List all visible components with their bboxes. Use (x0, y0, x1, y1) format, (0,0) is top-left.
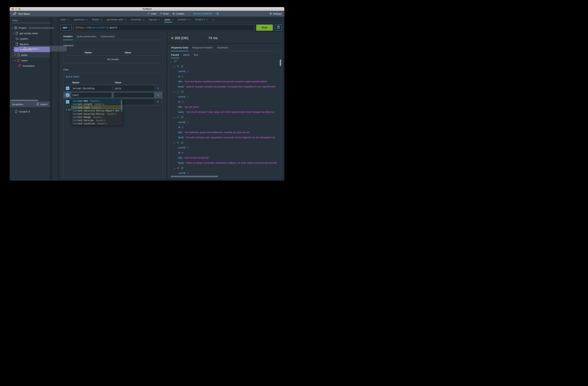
add-tab-button[interactable]: + (212, 18, 214, 21)
main-area: users × myService × Project × get-simila… (58, 17, 284, 181)
tab-get-similar-artist[interactable]: get-similar-artist × (107, 17, 126, 22)
json-item-row[interactable]: 0 {} (168, 64, 282, 69)
autocomplete-item[interactable]: Content-Locationheaders (71, 122, 123, 125)
close-window-button[interactable] (12, 8, 14, 10)
undo-icon: ↶ (147, 12, 150, 15)
autocomplete-item-selected[interactable]: Content-Typeheaders (71, 106, 123, 109)
tab-parsed[interactable]: Parsed (171, 54, 179, 56)
status-green-dot (171, 37, 173, 39)
tab-response-body[interactable]: Response body (171, 46, 188, 49)
json-item-row[interactable]: 3 {} (168, 140, 282, 145)
zoom-window-button[interactable] (19, 8, 21, 10)
chevron-down-icon[interactable] (174, 91, 175, 92)
method-dropdown[interactable]: GET (61, 24, 72, 31)
row-checkbox[interactable]: ✓ (66, 93, 69, 97)
tree-item-get-similar-artist[interactable]: get-similar-artist (10, 30, 57, 36)
close-icon[interactable]: × (143, 18, 144, 21)
cookies-button[interactable]: ⚙ Cookies (173, 12, 184, 15)
environment-gear-icon[interactable]: ⚙ (216, 12, 219, 15)
chevron-down-icon[interactable] (11, 27, 13, 28)
drag-ghost-label: Scratch 2 (28, 47, 39, 50)
close-icon[interactable]: × (172, 18, 173, 21)
close-icon[interactable]: × (189, 18, 190, 21)
tab-assertions[interactable]: Assertions × (131, 17, 144, 22)
autocomplete-item[interactable]: Content-Lengthheaders (71, 103, 123, 106)
tab-response-headers[interactable]: Response headers (192, 46, 213, 49)
tab-posts[interactable]: posts × (165, 17, 173, 22)
chevron-down-icon[interactable] (14, 59, 16, 61)
tab-response-assertions[interactable]: Assertions (217, 46, 229, 49)
autocomplete-item[interactable]: Content-Security-Policy-Report-Onl (71, 109, 123, 112)
json-item-row[interactable]: 1 {} (168, 89, 282, 94)
header-value-input[interactable] (114, 92, 154, 98)
close-icon[interactable]: × (86, 18, 87, 21)
tab-query-parameters[interactable]: Query parameters (77, 35, 97, 38)
tab-scratch-2[interactable]: Scratch 2 × (178, 17, 190, 22)
remove-row-icon[interactable]: × (156, 86, 160, 90)
file-icon (17, 54, 20, 56)
tab-scratch-3[interactable]: Scratch 3 × (195, 17, 208, 22)
calculator-button[interactable] (275, 24, 282, 31)
response-vertical-scrollbar[interactable] (280, 60, 281, 66)
dropdown-scrollbar[interactable] (121, 100, 122, 112)
row-checkbox[interactable]: ✓ (66, 100, 69, 104)
minimize-window-button[interactable] (15, 8, 17, 10)
undo-button[interactable]: ↶ Undo (147, 12, 156, 15)
redo-icon: ↷ (160, 12, 162, 15)
import-icon (36, 103, 39, 106)
chevron-down-icon[interactable] (174, 66, 175, 67)
close-icon[interactable]: × (206, 18, 208, 21)
chevron-right-icon[interactable] (12, 32, 14, 34)
filter-input[interactable] (12, 18, 51, 23)
close-icon[interactable]: × (68, 18, 69, 21)
json-item-row[interactable]: 2 {} (168, 115, 282, 120)
autocomplete-item[interactable]: Content-MD5headers (71, 99, 123, 103)
environment-selector[interactable]: DEVELOPMENT ⚙ (193, 12, 219, 15)
tree-item-scratch-3[interactable]: Scratch 3 (10, 109, 30, 114)
toolbar: Test Mace ↶ Undo ↷ Redo ⚙ Cookies DEVELO… (10, 11, 284, 17)
tab-big-json[interactable]: big-json × (149, 17, 160, 22)
url-input[interactable]: https://${serviceUrl}/posts (74, 24, 254, 31)
tree-item-users[interactable]: users (10, 58, 57, 63)
row-checkbox[interactable]: ✓ (66, 86, 69, 90)
tab-authorization[interactable]: Authorization (101, 35, 115, 38)
chevron-down-icon[interactable] (174, 117, 175, 118)
header-name-input[interactable]: Accept-Encoding (71, 86, 112, 91)
tree-item-posts[interactable]: posts (10, 52, 57, 58)
remove-row-icon[interactable]: × (156, 93, 160, 97)
close-icon[interactable]: × (125, 18, 126, 21)
chevron-down-icon[interactable] (170, 61, 171, 62)
tab-json[interactable]: JSON (183, 54, 189, 56)
text-cursor (76, 26, 76, 29)
chevron-down-icon[interactable] (174, 142, 175, 143)
bulk-edit-button[interactable]: BULK EDIT (66, 75, 160, 78)
tab-myservice[interactable]: myService × (74, 17, 87, 22)
json-field-row: id:4 (168, 150, 282, 155)
run-button[interactable]: RUN (256, 24, 273, 31)
json-array-row[interactable]: [] (168, 59, 282, 64)
tree-item-assertions[interactable]: Assertions (10, 63, 57, 68)
tab-headers[interactable]: Headers (63, 35, 73, 38)
file-icon (24, 47, 26, 50)
tree-item-system[interactable]: system (10, 36, 57, 41)
active-tab-underline (171, 51, 189, 51)
redo-button[interactable]: ↷ Redo (160, 12, 169, 15)
close-icon[interactable]: × (159, 18, 160, 21)
json-item-row[interactable]: 4 {} (168, 165, 282, 171)
tab-text[interactable]: Text (194, 54, 198, 56)
sidebar-horizontal-scrollbar[interactable] (10, 100, 38, 101)
tree-item-project[interactable]: Project /Users/kotokur/projects/testmac (10, 25, 57, 30)
settings-button[interactable]: ⚙ Settings (270, 12, 282, 15)
autocomplete-item[interactable]: Content-Security-Policyheaders (71, 112, 123, 115)
tab-users[interactable]: users × (61, 17, 69, 22)
autocomplete-item[interactable]: Content-Rangeheaders (71, 115, 123, 119)
header-name-input[interactable]: Cont (71, 92, 112, 98)
header-value-input[interactable]: gzip (114, 86, 154, 91)
chevron-down-icon[interactable] (174, 167, 175, 169)
remove-row-icon[interactable]: × (156, 100, 160, 104)
autocomplete-item[interactable]: Content-Versionheaders (71, 119, 123, 122)
response-horizontal-scrollbar[interactable] (171, 176, 218, 177)
close-icon[interactable]: × (101, 18, 102, 21)
import-button[interactable]: Import (36, 103, 47, 106)
tab-project[interactable]: Project × (92, 17, 102, 22)
